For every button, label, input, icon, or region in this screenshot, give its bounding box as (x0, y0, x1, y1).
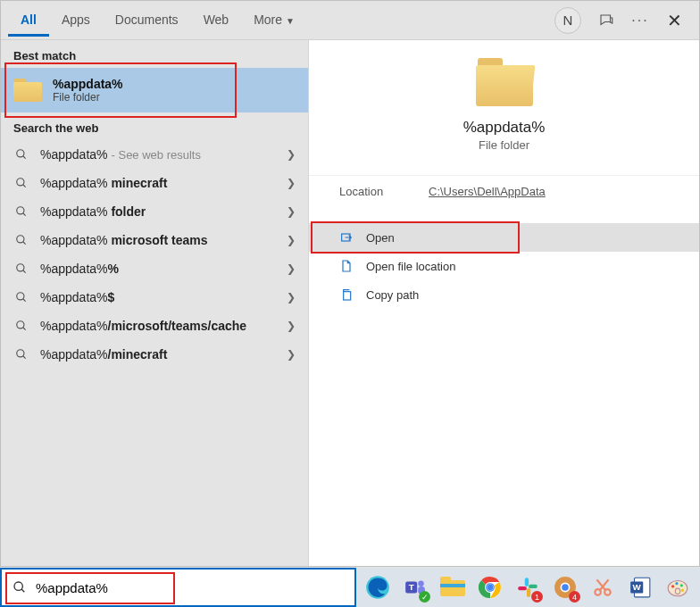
best-match-title: %appdata% (53, 77, 123, 91)
search-icon (13, 348, 29, 361)
search-input[interactable] (36, 580, 344, 595)
suggestion-text: %appdata% microsoft teams (40, 233, 276, 247)
close-icon[interactable]: ✕ (665, 12, 683, 29)
chrome-icon[interactable] (476, 573, 504, 602)
svg-rect-17 (344, 292, 351, 300)
slack-icon[interactable]: 1 (513, 573, 542, 602)
svg-line-5 (23, 213, 26, 216)
folder-icon (13, 79, 42, 102)
svg-point-49 (675, 588, 679, 595)
search-icon (13, 291, 29, 304)
suggestion-text: %appdata%% (40, 262, 276, 276)
preview-subtitle: File folder (479, 138, 529, 152)
suggestion-item[interactable]: %appdata% microsoft teams ❯ (1, 226, 308, 254)
results-panel: Best match %appdata% File folder Search … (1, 40, 308, 566)
more-icon[interactable]: ··· (631, 12, 649, 29)
chevron-right-icon: ❯ (287, 148, 296, 161)
suggestion-text: %appdata%$ (40, 290, 276, 304)
chevron-right-icon: ❯ (287, 320, 296, 332)
svg-line-1 (23, 156, 26, 159)
svg-line-3 (23, 185, 26, 187)
best-match-subtitle: File folder (53, 91, 123, 104)
chevron-right-icon: ❯ (287, 262, 296, 275)
action-label: Copy path (366, 288, 419, 302)
svg-point-23 (418, 580, 424, 586)
search-icon (13, 234, 29, 246)
filter-tabs: All Apps Documents Web More▼ N ··· ✕ (1, 1, 699, 40)
svg-line-11 (23, 299, 26, 302)
action-open[interactable]: Open (309, 223, 699, 252)
svg-point-47 (680, 584, 683, 586)
svg-text:W: W (633, 582, 642, 592)
search-icon (13, 320, 29, 332)
chevron-down-icon: ▼ (286, 16, 295, 26)
svg-text:T: T (409, 582, 414, 592)
tab-all[interactable]: All (8, 4, 49, 37)
best-match-header: Best match (1, 40, 308, 68)
user-avatar[interactable]: N (554, 7, 581, 34)
search-icon (13, 205, 29, 218)
location-label: Location (339, 185, 429, 198)
svg-point-4 (17, 207, 24, 214)
chevron-right-icon: ❯ (287, 234, 296, 246)
chrome-canary-icon[interactable]: 4 (551, 573, 579, 602)
suggestion-text: %appdata%- See web results (40, 147, 276, 162)
svg-rect-26 (440, 577, 451, 584)
preview-panel: %appdata% File folder Location C:\Users\… (308, 40, 699, 566)
svg-point-14 (17, 350, 24, 357)
svg-point-12 (17, 321, 24, 328)
suggestion-item[interactable]: %appdata%- See web results ❯ (1, 140, 308, 169)
search-icon (13, 177, 29, 189)
svg-line-19 (21, 589, 24, 592)
svg-rect-32 (525, 578, 529, 586)
suggestion-item[interactable]: %appdata%$ ❯ (1, 283, 308, 312)
suggestion-item[interactable]: %appdata% folder ❯ (1, 197, 308, 226)
suggestion-item[interactable]: %appdata%/minecraft ❯ (1, 340, 308, 369)
svg-line-15 (23, 356, 26, 359)
content-area: Best match %appdata% File folder Search … (1, 40, 699, 566)
svg-point-2 (17, 179, 24, 186)
suggestion-item[interactable]: %appdata% minecraft ❯ (1, 169, 308, 197)
chevron-right-icon: ❯ (287, 177, 296, 189)
svg-point-31 (488, 585, 494, 591)
action-open-location[interactable]: Open file location (309, 252, 699, 280)
paint-icon[interactable] (663, 573, 692, 602)
svg-point-6 (17, 236, 24, 243)
svg-rect-35 (518, 586, 527, 590)
word-icon[interactable]: W (626, 573, 654, 602)
action-copy-path[interactable]: Copy path (309, 280, 699, 309)
taskbar-search[interactable] (0, 568, 356, 607)
copy-icon (339, 287, 354, 302)
tab-apps[interactable]: Apps (49, 4, 103, 37)
teams-icon[interactable]: T✓ (401, 573, 429, 602)
search-icon (12, 580, 27, 595)
svg-line-13 (23, 328, 26, 330)
tab-documents[interactable]: Documents (103, 4, 191, 37)
suggestion-text: %appdata%/minecraft (40, 347, 276, 362)
svg-rect-33 (529, 585, 538, 588)
suggestion-text: %appdata% folder (40, 204, 276, 219)
chevron-right-icon: ❯ (287, 348, 296, 361)
tab-more[interactable]: More▼ (241, 4, 307, 37)
location-row: Location C:\Users\Dell\AppData (309, 175, 699, 223)
open-icon (339, 230, 354, 245)
search-icon (13, 262, 29, 275)
file-explorer-icon[interactable] (438, 573, 467, 602)
svg-point-10 (17, 293, 24, 300)
suggestion-item[interactable]: %appdata%/microsoft/teams/cache ❯ (1, 312, 308, 340)
location-link[interactable]: C:\Users\Dell\AppData (429, 185, 546, 198)
preview-title: %appdata% (463, 119, 546, 137)
suggestion-item[interactable]: %appdata%% ❯ (1, 254, 308, 283)
svg-rect-27 (440, 584, 465, 587)
edge-icon[interactable] (363, 573, 392, 602)
best-match-result[interactable]: %appdata% File folder (1, 68, 308, 112)
folder-icon (476, 58, 533, 106)
svg-line-7 (23, 242, 26, 245)
tab-web[interactable]: Web (191, 4, 242, 37)
action-label: Open (366, 231, 395, 245)
action-label: Open file location (366, 260, 455, 273)
chevron-right-icon: ❯ (287, 291, 296, 304)
feedback-icon[interactable] (597, 12, 615, 29)
search-icon (13, 148, 29, 161)
snip-icon[interactable] (588, 573, 617, 602)
